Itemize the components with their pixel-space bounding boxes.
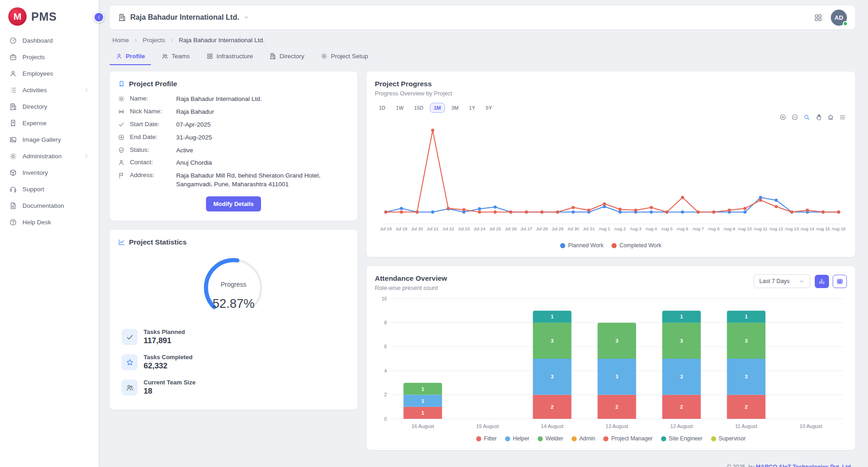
stat-tasks-planned: Tasks Planned117,891 xyxy=(121,324,346,350)
legend-item-admin[interactable]: Admin xyxy=(572,435,595,442)
range-button-5y[interactable]: 5Y xyxy=(482,103,496,113)
svg-text:3: 3 xyxy=(680,374,683,379)
modify-details-button[interactable]: Modify Details xyxy=(206,196,261,211)
svg-text:Aug 3: Aug 3 xyxy=(630,226,641,231)
sidebar-item-help-desk[interactable]: Help Desk xyxy=(5,215,94,230)
sidebar-item-inventory[interactable]: Inventory xyxy=(5,165,94,180)
check-icon xyxy=(122,329,138,345)
sidebar-item-image-gallery[interactable]: Image Gallery xyxy=(5,132,94,147)
legend-label: Project Manager xyxy=(611,435,652,442)
range-button-1m[interactable]: 1M xyxy=(430,103,445,113)
field-value: Raja Bahadur International Ltd. xyxy=(176,95,349,104)
sidebar-item-activities[interactable]: Activities xyxy=(5,83,94,98)
range-button-1w[interactable]: 1W xyxy=(392,103,408,113)
tab-project-setup[interactable]: Project Setup xyxy=(315,48,374,65)
svg-text:Jul 22: Jul 22 xyxy=(442,226,454,231)
app-logo[interactable]: M PMS xyxy=(0,0,99,31)
range-button-3m[interactable]: 3M xyxy=(447,103,462,113)
date-range-select[interactable]: Last 7 Days xyxy=(754,274,810,288)
team-icon xyxy=(161,53,168,60)
svg-text:3: 3 xyxy=(745,338,747,344)
sidebar-item-directory[interactable]: Directory xyxy=(5,99,94,114)
legend-item-project-manager[interactable]: Project Manager xyxy=(603,435,652,442)
copyright-text: © 2025, by xyxy=(727,464,756,467)
svg-text:Aug 11: Aug 11 xyxy=(754,226,768,231)
legend-item-helper[interactable]: Helper xyxy=(505,435,529,442)
team-icon xyxy=(126,384,134,392)
range-button-1d[interactable]: 1D xyxy=(375,103,389,113)
legend-item-completed-work[interactable]: Completed Work xyxy=(612,242,661,249)
profile-field-nick-name: Nick Name:Raja Bahadur xyxy=(118,108,349,117)
legend-item-welder[interactable]: Welder xyxy=(538,435,563,442)
tab-teams[interactable]: Teams xyxy=(156,48,196,65)
range-button-15d[interactable]: 15D xyxy=(410,103,428,113)
progress-gauge: Progress52.87% xyxy=(118,249,349,322)
breadcrumb-item-home[interactable]: Home xyxy=(112,37,129,44)
legend-item-site-engineer[interactable]: Site Engineer xyxy=(661,435,703,442)
employees-icon xyxy=(9,70,17,78)
sidebar-item-support[interactable]: Support xyxy=(5,182,94,197)
pan-button[interactable] xyxy=(815,114,822,121)
sidebar-item-expense[interactable]: Expense xyxy=(5,116,94,131)
company-building-icon xyxy=(118,13,126,22)
sidebar-item-documentation[interactable]: Documentation xyxy=(5,198,94,213)
legend-label: Welder xyxy=(545,435,563,442)
svg-text:Aug 13: Aug 13 xyxy=(785,226,799,231)
attendance-overview-card: Attendance Overview Role-wise present co… xyxy=(367,266,855,450)
range-button-1y[interactable]: 1Y xyxy=(465,103,479,113)
sidebar-item-label: Inventory xyxy=(22,169,48,176)
help-desk-icon xyxy=(9,218,17,226)
tab-label: Directory xyxy=(279,53,304,60)
tab-profile[interactable]: Profile xyxy=(110,48,151,65)
avatar[interactable]: AD xyxy=(831,10,847,26)
expense-icon xyxy=(9,119,17,127)
legend-item-planned-work[interactable]: Planned Work xyxy=(560,242,603,249)
svg-text:Jul 28: Jul 28 xyxy=(536,226,548,231)
zoom-in-button[interactable] xyxy=(779,114,786,121)
legend-dot xyxy=(538,436,543,441)
sidebar-collapse-button[interactable] xyxy=(94,12,104,22)
project-progress-subtitle: Progress Overview by Project xyxy=(375,90,847,97)
sidebar-nav: DashboardProjectsEmployeesActivitiesDire… xyxy=(0,31,99,233)
svg-text:Aug 6: Aug 6 xyxy=(677,226,688,231)
breadcrumb-item-projects[interactable]: Projects xyxy=(143,37,165,44)
zoom-in-icon xyxy=(779,114,786,121)
bar-chart-view-button[interactable] xyxy=(815,275,829,288)
attendance-subtitle: Role-wise present count xyxy=(375,284,447,291)
company-selector[interactable]: Raja Bahadur International Ltd. xyxy=(118,13,250,22)
footer-company-link[interactable]: MARCO AIoT Technologies Pvt. Ltd. xyxy=(756,464,852,467)
attendance-chart[interactable]: 024681011116 August15 August233114 Augus… xyxy=(375,294,847,434)
legend-label: Planned Work xyxy=(568,242,603,249)
project-progress-title: Project Progress xyxy=(375,80,432,88)
profile-field-contact: Contact:Anuj Chordia xyxy=(118,159,349,167)
inventory-icon xyxy=(9,169,17,177)
sidebar-item-administration[interactable]: Administration xyxy=(5,149,94,164)
stat-tasks-completed: Tasks Completed62,332 xyxy=(121,350,346,375)
legend-item-supervisor[interactable]: Supervisor xyxy=(711,435,746,442)
legend-label: Fitter xyxy=(484,435,497,442)
zoom-out-button[interactable] xyxy=(791,114,798,121)
reset-zoom-icon xyxy=(827,114,834,121)
field-label: Contact: xyxy=(130,159,171,166)
svg-text:3: 3 xyxy=(680,338,683,344)
reset-zoom-button[interactable] xyxy=(827,114,834,121)
legend-item-fitter[interactable]: Fitter xyxy=(476,435,497,442)
svg-text:Aug 15: Aug 15 xyxy=(816,226,830,231)
check-icon xyxy=(126,333,134,341)
selection-zoom-button[interactable] xyxy=(803,114,810,121)
gear-icon xyxy=(118,95,125,102)
sidebar-item-dashboard[interactable]: Dashboard xyxy=(5,33,94,48)
tab-infrastructure[interactable]: Infrastructure xyxy=(200,48,259,65)
svg-text:Jul 31: Jul 31 xyxy=(583,226,595,231)
svg-text:Jul 30: Jul 30 xyxy=(568,226,579,231)
project-progress-chart[interactable]: Jul 18Jul 19Jul 20Jul 21Jul 22Jul 23Jul … xyxy=(375,116,847,240)
sidebar-item-projects[interactable]: Projects xyxy=(5,50,94,65)
table-view-button[interactable] xyxy=(833,275,847,288)
tab-directory[interactable]: Directory xyxy=(263,48,310,65)
apps-grid-button[interactable] xyxy=(814,13,823,22)
menu-button[interactable] xyxy=(839,114,846,121)
profile-fields: Name:Raja Bahadur International Ltd.Nick… xyxy=(118,95,349,189)
directory-icon xyxy=(9,103,17,111)
sidebar-item-employees[interactable]: Employees xyxy=(5,66,94,81)
collapse-chevron-icon xyxy=(96,14,102,20)
